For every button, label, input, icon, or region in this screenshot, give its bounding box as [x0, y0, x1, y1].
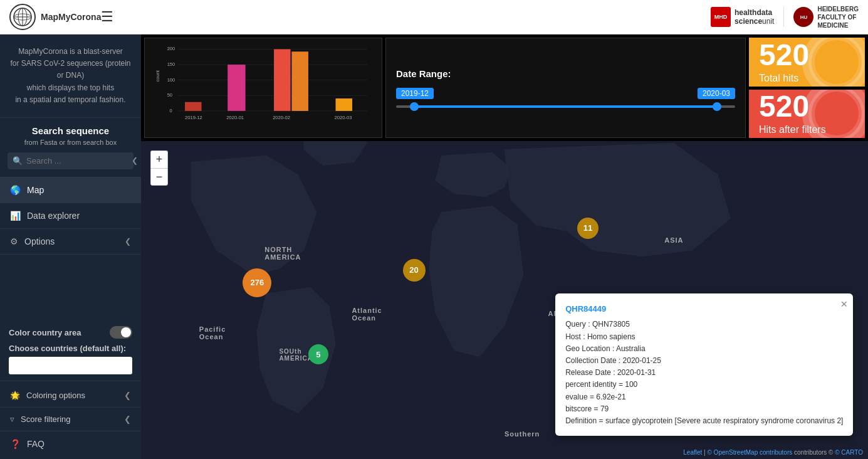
svg-text:count: count: [155, 70, 160, 82]
map-container: + − NORTHAMERICA AtlanticOcean PacificOc…: [141, 141, 868, 459]
date-start-label: 2019-12: [396, 88, 434, 99]
svg-text:2020-02: 2020-02: [273, 115, 290, 120]
svg-text:0: 0: [169, 108, 172, 113]
search-icon: 🔍: [13, 156, 23, 166]
app-name: MapMyCorona: [41, 12, 101, 22]
bar-chart: 200 150 100 50 0 count: [150, 43, 377, 132]
popup-evalue: evalue = 6.92e-21: [565, 391, 843, 403]
popup-geo: Geo Location : Australia: [565, 343, 843, 355]
search-bar[interactable]: 🔍 ❮: [8, 152, 133, 169]
color-country-row: Color country area: [9, 321, 132, 344]
date-range-labels: 2019-12 2020-03: [396, 88, 735, 99]
sidebar-brand: MapMyCorona is a blast-server for SARS C…: [0, 34, 141, 118]
search-subtitle: from Fasta or from search box: [8, 139, 133, 146]
svg-rect-20: [335, 98, 352, 111]
header: MapMyCorona ☰ MHD healthdata scienceunit…: [0, 0, 868, 34]
question-icon: ❓: [10, 439, 21, 449]
options-section: Color country area Choose countries (def…: [0, 315, 141, 381]
range-thumb-left[interactable]: [410, 102, 419, 111]
color-country-label: Color country area: [9, 328, 81, 337]
top-bar: 200 150 100 50 0 count: [141, 34, 868, 141]
sidebar-item-coloring[interactable]: 🌟 Coloring options ❮: [0, 384, 141, 408]
carto-link[interactable]: © CARTO: [835, 449, 863, 456]
bar-chart-area: 200 150 100 50 0 count: [144, 38, 382, 138]
leaflet-link[interactable]: Leaflet: [683, 449, 702, 456]
range-thumb-right[interactable]: [713, 102, 721, 111]
svg-text:2020-03: 2020-03: [335, 115, 352, 120]
hits-after-filters-label: Hits after filters: [759, 124, 826, 135]
svg-text:100: 100: [167, 77, 175, 83]
main-layout: MapMyCorona is a blast-server for SARS C…: [0, 34, 868, 459]
hds-logo: MHD healthdata scienceunit: [711, 7, 774, 27]
map-attribution: Leaflet | © OpenStreetMap contributors c…: [683, 449, 863, 456]
total-hits-text: 520 Total hits: [759, 40, 809, 84]
heidelberg-icon: HU: [793, 7, 813, 27]
svg-text:200: 200: [167, 46, 175, 51]
options-arrow-icon: ❮: [125, 237, 131, 246]
total-hits-circle-deco: [802, 38, 865, 87]
popup-title: QHR84449: [565, 302, 843, 316]
color-country-toggle[interactable]: [110, 326, 132, 339]
cluster-north-america[interactable]: 276: [243, 268, 271, 297]
zoom-out-button[interactable]: −: [150, 168, 168, 186]
choose-countries-label: Choose countries (default all):: [9, 344, 132, 353]
date-end-label: 2020-03: [698, 88, 735, 99]
heidelberg-text: HEIDELBERGFACULTY OFMEDICINE: [817, 5, 859, 29]
popup-close-button[interactable]: ✕: [840, 297, 848, 312]
cluster-europe[interactable]: 11: [577, 218, 599, 239]
range-slider-track[interactable]: [396, 105, 735, 108]
search-collapse-icon[interactable]: ❮: [132, 156, 138, 165]
svg-rect-17: [227, 65, 245, 111]
total-hits-label: Total hits: [759, 73, 809, 84]
map-controls: + −: [150, 150, 168, 186]
popup-percent-identity: percent identity = 100: [565, 379, 843, 391]
sidebar-item-faq[interactable]: ❓ FAQ: [0, 431, 141, 456]
coloring-arrow-icon: ❮: [124, 391, 131, 400]
cluster-mid-atlantic[interactable]: 20: [403, 259, 426, 282]
hits-after-filters-card: 520 Hits after filters: [749, 90, 865, 139]
sidebar-bottom: 🌟 Coloring options ❮ ▿ Score filtering ❮…: [0, 381, 141, 459]
zoom-in-button[interactable]: +: [150, 150, 168, 168]
popup-definition: Definition = surface glycoprotein [Sever…: [565, 415, 843, 427]
sidebar-item-map[interactable]: 🌎 Map: [0, 177, 141, 203]
hits-after-filters-text: 520 Hits after filters: [759, 92, 826, 135]
stats-area: 520 Total hits 520 Hits after filters: [749, 34, 868, 141]
hds-icon: MHD: [711, 7, 731, 27]
svg-rect-19: [291, 51, 308, 111]
svg-text:2020-01: 2020-01: [226, 115, 244, 120]
popup-query: Query : QHN73805: [565, 319, 843, 330]
search-section: Search sequence from Fasta or from searc…: [0, 118, 141, 177]
sidebar: MapMyCorona is a blast-server for SARS C…: [0, 34, 141, 459]
map-popup: ✕ QHR84449 Query : QHN73805 Host : Homo …: [555, 293, 853, 436]
popup-release-date: Release Date : 2020-01-31: [565, 367, 843, 379]
heidelberg-logo: HU HEIDELBERGFACULTY OFMEDICINE: [793, 5, 859, 29]
content-area: 200 150 100 50 0 count: [141, 34, 868, 459]
search-title: Search sequence: [8, 125, 133, 136]
sidebar-item-score-filtering[interactable]: ▿ Score filtering ❮: [0, 408, 141, 431]
total-hits-number: 520: [759, 40, 809, 70]
range-slider-fill: [413, 105, 718, 108]
logo-icon: [9, 4, 36, 30]
app-logo-area: MapMyCorona: [9, 4, 101, 30]
palette-icon: 🌟: [10, 391, 20, 400]
svg-text:50: 50: [167, 92, 172, 98]
gear-icon: ⚙: [10, 236, 18, 246]
map-icon: 🌎: [10, 185, 21, 195]
date-range-area: Date Range: 2019-12 2020-03: [385, 38, 746, 138]
hamburger-button[interactable]: ☰: [101, 9, 113, 25]
search-input[interactable]: [26, 156, 132, 166]
score-arrow-icon: ❮: [124, 414, 131, 424]
date-range-title: Date Range:: [396, 68, 735, 79]
popup-collection-date: Collection Date : 2020-01-25: [565, 355, 843, 367]
popup-bitscore: bitscore = 79: [565, 403, 843, 415]
svg-text:2019-12: 2019-12: [185, 115, 202, 120]
sidebar-nav: 🌎 Map 📊 Data explorer ⚙ Options ❮: [0, 177, 141, 315]
sidebar-item-data-explorer[interactable]: 📊 Data explorer: [0, 203, 141, 229]
partner-logos: MHD healthdata scienceunit HU HEIDELBERG…: [711, 5, 859, 29]
choose-countries-input[interactable]: [9, 357, 132, 374]
filter-icon: ▿: [10, 414, 14, 424]
chart-icon: 📊: [10, 211, 21, 221]
svg-text:150: 150: [167, 61, 175, 67]
sidebar-item-options[interactable]: ⚙ Options ❮: [0, 229, 141, 255]
osm-link[interactable]: © OpenStreetMap contributors: [707, 449, 792, 456]
